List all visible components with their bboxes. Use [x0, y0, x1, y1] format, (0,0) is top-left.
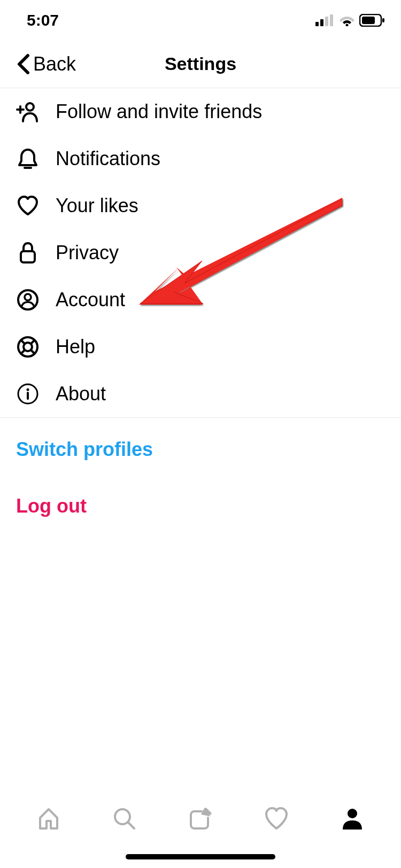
- setting-label: Follow and invite friends: [56, 100, 262, 123]
- search-icon: [112, 806, 137, 832]
- svg-rect-6: [362, 17, 375, 24]
- svg-line-18: [31, 350, 35, 354]
- svg-rect-0: [315, 22, 319, 26]
- log-out-link[interactable]: Log out: [16, 491, 385, 522]
- info-icon: [16, 382, 40, 406]
- user-circle-icon: [16, 288, 40, 312]
- setting-item-likes[interactable]: Your likes: [0, 182, 401, 229]
- status-time: 5:07: [27, 11, 59, 29]
- svg-line-17: [21, 340, 25, 344]
- back-button[interactable]: Back: [0, 53, 76, 75]
- profile-filled-icon: [340, 806, 365, 832]
- setting-label: Account: [56, 289, 125, 311]
- settings-list: Follow and invite friends Notifications …: [0, 88, 401, 417]
- svg-point-4: [346, 24, 349, 26]
- back-label: Back: [33, 53, 76, 75]
- cellular-icon: [315, 14, 335, 26]
- home-indicator: [126, 854, 275, 859]
- switch-profiles-link[interactable]: Switch profiles: [16, 434, 385, 465]
- compose-icon: [188, 806, 213, 832]
- bell-icon: [16, 147, 40, 170]
- navigation-header: Back Settings: [0, 40, 401, 88]
- svg-point-16: [24, 343, 32, 351]
- person-add-icon: [16, 100, 40, 123]
- wifi-icon: [339, 14, 355, 26]
- svg-rect-12: [21, 251, 35, 262]
- svg-rect-2: [325, 17, 328, 26]
- svg-point-29: [348, 809, 357, 818]
- battery-icon: [359, 14, 385, 27]
- svg-line-28: [128, 823, 134, 828]
- heart-icon: [16, 194, 40, 218]
- setting-item-about[interactable]: About: [0, 370, 401, 417]
- setting-label: About: [56, 383, 106, 405]
- status-indicators: [315, 14, 385, 27]
- setting-item-follow[interactable]: Follow and invite friends: [0, 88, 401, 135]
- setting-label: Notifications: [56, 148, 160, 170]
- tab-home[interactable]: [34, 804, 64, 834]
- svg-rect-7: [382, 18, 384, 22]
- home-icon: [36, 806, 61, 832]
- tab-profile[interactable]: [337, 804, 367, 834]
- svg-rect-3: [330, 14, 333, 26]
- svg-line-19: [31, 340, 35, 344]
- setting-label: Help: [56, 336, 95, 358]
- chevron-left-icon: [16, 53, 30, 75]
- setting-label: Your likes: [56, 195, 138, 217]
- heart-outline-icon: [264, 806, 289, 832]
- svg-point-14: [25, 294, 31, 300]
- setting-item-help[interactable]: Help: [0, 323, 401, 370]
- setting-label: Privacy: [56, 242, 119, 264]
- action-links: Switch profiles Log out: [0, 418, 401, 563]
- tab-compose[interactable]: [186, 804, 215, 834]
- status-bar: 5:07: [0, 0, 401, 40]
- svg-rect-1: [320, 19, 323, 26]
- setting-item-privacy[interactable]: Privacy: [0, 229, 401, 276]
- lock-icon: [16, 241, 40, 265]
- svg-point-22: [27, 389, 29, 391]
- svg-point-8: [26, 103, 34, 111]
- setting-item-notifications[interactable]: Notifications: [0, 135, 401, 182]
- setting-item-account[interactable]: Account: [0, 276, 401, 323]
- tab-activity[interactable]: [261, 804, 291, 834]
- tab-search[interactable]: [110, 804, 140, 834]
- svg-line-20: [21, 350, 25, 354]
- lifebuoy-icon: [16, 335, 40, 359]
- page-title: Settings: [165, 53, 236, 74]
